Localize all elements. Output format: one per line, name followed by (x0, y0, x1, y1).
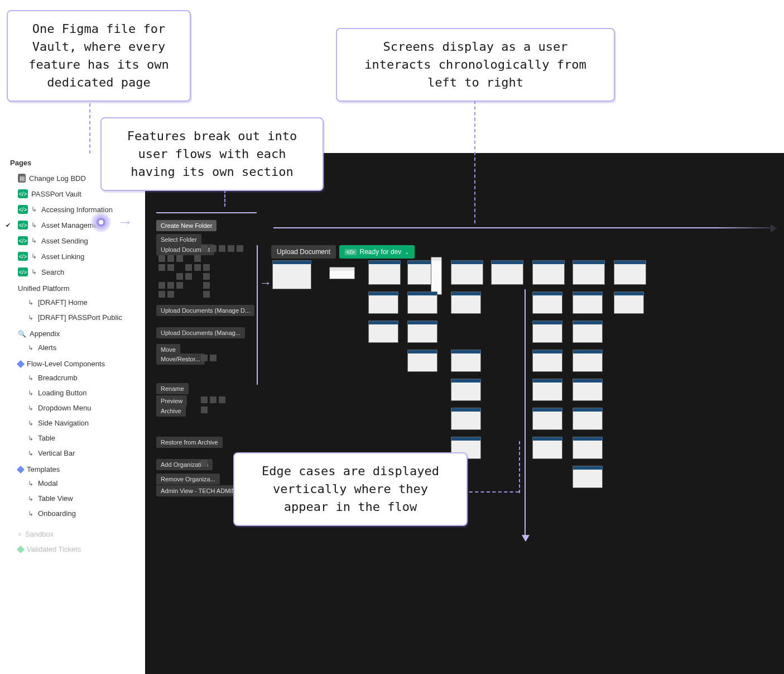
mini-thumbnail (185, 273, 192, 280)
screen-thumbnail[interactable] (614, 260, 646, 285)
page-search[interactable]: </> ↳ Search (3, 264, 142, 280)
screen-thumbnail[interactable] (491, 260, 523, 285)
callout-chrono: Screens display as a user interacts chro… (336, 28, 615, 102)
page-asset-linking[interactable]: </> ↳ Asset Linking (3, 248, 142, 264)
screen-thumbnail[interactable] (451, 260, 483, 285)
screen-thumbnail[interactable] (451, 379, 481, 401)
screen-thumbnail[interactable] (532, 260, 565, 285)
sub-arrow-icon: ↳ (28, 389, 33, 397)
page-onboarding[interactable]: ↳Onboarding (3, 506, 142, 521)
page-validated-tickets[interactable]: Validated Tickets (3, 542, 142, 557)
page-label: Breadcrumb (38, 374, 78, 382)
screen-thumbnail[interactable] (532, 379, 562, 401)
page-side-navigation[interactable]: ↳Side Navigation (3, 415, 142, 431)
page-breadcrumb[interactable]: ↳Breadcrumb (3, 370, 142, 385)
screen-thumbnail[interactable] (573, 350, 603, 372)
flow-section-label[interactable]: Archive (156, 405, 186, 417)
mini-thumbnail (158, 255, 165, 262)
highlight-pulse (91, 212, 111, 232)
arrow-right-icon: → (117, 213, 133, 231)
page-draft-home[interactable]: ↳ [DRAFT] Home (3, 295, 142, 310)
mini-thumbnail (219, 245, 225, 252)
page-label: Side Navigation (38, 419, 89, 427)
screen-thumbnail[interactable] (532, 437, 562, 459)
screen-thumbnail[interactable] (329, 267, 355, 279)
flow-section-label[interactable]: Select Folder (156, 234, 201, 245)
screen-thumbnail[interactable] (532, 321, 562, 343)
flow-section-label[interactable]: Move/Restor... (156, 353, 205, 365)
screen-thumbnail[interactable] (368, 260, 401, 285)
screen-thumbnail[interactable] (407, 321, 437, 343)
screen-thumbnail[interactable] (573, 437, 603, 459)
page-asset-sending[interactable]: </> ↳ Asset Sending (3, 233, 142, 248)
dev-ready-icon: </> (18, 267, 28, 276)
screen-thumbnail[interactable] (368, 291, 398, 314)
page-label: Validated Tickets (27, 545, 81, 553)
page-modal[interactable]: ↳Modal (3, 476, 142, 491)
sub-arrow-icon: ↳ (31, 205, 37, 213)
screen-thumbnail[interactable] (532, 350, 562, 372)
screen-thumbnail[interactable] (532, 408, 562, 430)
dev-ready-icon: </> (18, 252, 28, 261)
mini-thumbnail (203, 273, 210, 280)
component-icon (17, 545, 25, 553)
section-templates[interactable]: Templates (3, 461, 142, 476)
sub-arrow-icon: ↳ (28, 314, 33, 322)
screen-thumbnail[interactable] (451, 408, 481, 430)
mini-thumbnail (158, 291, 165, 298)
leader-line (474, 95, 475, 223)
screen-thumbnail[interactable] (573, 466, 603, 488)
page-dropdown-menu[interactable]: ↳Dropdown Menu (3, 400, 142, 415)
screen-thumbnail[interactable] (431, 257, 442, 295)
flow-section-label[interactable]: Preview (156, 395, 187, 407)
sub-arrow-icon: ↳ (28, 374, 33, 382)
section-appendix[interactable]: 🔍 Appendix (3, 325, 142, 340)
dev-ready-icon: </> (18, 236, 28, 245)
mini-thumbnail (176, 273, 183, 280)
page-loading-button[interactable]: ↳Loading Button (3, 385, 142, 400)
screen-thumbnail[interactable] (614, 291, 644, 314)
page-alerts[interactable]: ↳ Alerts (3, 340, 142, 355)
section-title-pill[interactable]: Upload Document (271, 245, 336, 259)
flow-section-label[interactable]: Upload Documents (Manage D... (156, 305, 254, 316)
page-sandbox[interactable]: ⟡ Sandbox (3, 527, 142, 542)
screen-thumbnail[interactable] (573, 291, 603, 314)
sub-arrow-icon: ↳ (28, 450, 33, 457)
screen-thumbnail[interactable] (407, 291, 437, 314)
screen-thumbnail[interactable] (272, 260, 311, 289)
page-label: Asset Linking (41, 252, 84, 261)
page-draft-passport-public[interactable]: ↳ [DRAFT] PASSPort Public (3, 310, 142, 325)
sub-arrow-icon: ↳ (28, 419, 33, 427)
flow-section-label[interactable]: Upload Documents (Manag... (156, 327, 245, 338)
section-flow-components[interactable]: Flow-Level Components (3, 355, 142, 370)
page-label: Vertical Bar (38, 449, 75, 457)
mini-thumbnail (158, 282, 165, 289)
screen-thumbnail[interactable] (532, 291, 562, 314)
mini-thumbnail (201, 245, 208, 252)
screen-thumbnail[interactable] (573, 260, 605, 285)
screen-thumbnail[interactable] (451, 291, 481, 314)
flow-section-label[interactable]: Remove Organiza... (156, 474, 220, 485)
screen-thumbnail[interactable] (368, 321, 398, 343)
screen-thumbnail[interactable] (451, 350, 481, 372)
mini-thumbnail (176, 255, 183, 262)
leader-line (519, 441, 520, 493)
screen-thumbnail[interactable] (407, 350, 437, 372)
figma-canvas[interactable]: → Upload Document </> Ready for dev ⌄ (145, 153, 784, 674)
check-icon: ✔ (6, 222, 11, 229)
page-label: Table (38, 434, 55, 442)
flow-section-label[interactable]: Create New Folder (156, 220, 217, 231)
screen-thumbnail[interactable] (573, 408, 603, 430)
sub-arrow-icon: ↳ (31, 268, 37, 276)
page-table[interactable]: ↳Table (3, 431, 142, 446)
flow-section-label[interactable]: Rename (156, 383, 189, 394)
mini-thumbnail (167, 264, 174, 271)
page-vertical-bar[interactable]: ↳Vertical Bar (3, 446, 142, 461)
section-unified: Unified Platform (3, 280, 142, 295)
page-table-view[interactable]: ↳Table View (3, 491, 142, 506)
status-ready-for-dev[interactable]: </> Ready for dev ⌄ (339, 245, 415, 259)
screen-thumbnail[interactable] (573, 321, 603, 343)
flow-section-label[interactable]: Restore from Archive (156, 437, 223, 448)
screen-thumbnail[interactable] (573, 379, 603, 401)
section-divider-line (257, 245, 258, 385)
